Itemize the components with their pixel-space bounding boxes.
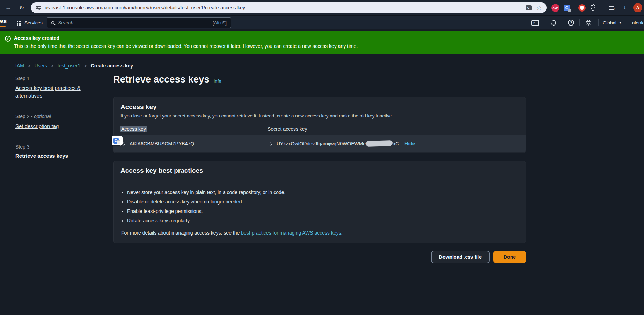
aws-top-nav: aws Services [Alt+S] >_ ? Global ▼ alenk: [0, 15, 644, 29]
nav-divider: [13, 19, 13, 26]
step3-label: Step 3: [15, 144, 98, 150]
adblock-plus-extension-icon[interactable]: ABP: [551, 0, 559, 15]
address-bar[interactable]: us-east-1.console.aws.amazon.com/iam/hom…: [31, 2, 547, 13]
column-access-key: Access key: [120, 126, 147, 132]
steps-divider: [15, 137, 98, 137]
best-practices-link[interactable]: best practices for managing AWS access k…: [241, 230, 341, 236]
search-input[interactable]: [58, 20, 213, 26]
wizard-actions: Download .csv file Done: [113, 251, 526, 263]
media-playlist-icon[interactable]: ♪: [608, 0, 616, 15]
breadcrumb-test-user1[interactable]: test_user1: [58, 63, 80, 69]
site-settings-icon[interactable]: [36, 6, 41, 10]
aws-logo[interactable]: aws: [0, 19, 10, 27]
step1-label: Step 1: [15, 76, 98, 81]
info-link[interactable]: Info: [214, 79, 221, 84]
success-check-icon: ✓: [5, 36, 11, 42]
nav-divider: [628, 19, 628, 26]
secret-key-prefix: UYkzxOwtODdevJIgamijwgN0WOEWMe: [277, 141, 366, 146]
step1-link[interactable]: Access key best practices & alternatives: [15, 85, 81, 99]
blocker-hand-extension-icon[interactable]: [578, 0, 586, 15]
list-item: Disable or delete access key when no lon…: [127, 199, 519, 205]
nav-divider: [562, 19, 562, 26]
region-selector[interactable]: Global ▼: [603, 16, 622, 30]
services-grid-icon[interactable]: [17, 21, 18, 22]
bookmark-star-icon[interactable]: ☆: [536, 5, 542, 11]
step3-current: Retrieve access keys: [15, 153, 98, 159]
aws-console-screen: → ↻ us-east-1.console.aws.amazon.com/iam…: [0, 0, 644, 315]
breadcrumb-users[interactable]: Users: [34, 63, 47, 69]
access-key-card: Access key If you lose or forget your se…: [113, 97, 526, 153]
breadcrumb-separator: >: [84, 63, 87, 69]
toolbar-divider: [602, 5, 602, 11]
chevron-down-icon: ▼: [619, 21, 622, 24]
breadcrumb: IAM > Users > test_user1 > Create access…: [15, 63, 133, 69]
table-row: AKIA6GBMBUSCMZPYB47Q UYkzxOwtODdevJIgami…: [114, 135, 526, 152]
url-text[interactable]: us-east-1.console.aws.amazon.com/iam/hom…: [45, 5, 245, 10]
done-button[interactable]: Done: [493, 251, 526, 263]
access-key-card-title: Access key: [120, 103, 519, 111]
search-shortcut-hint: [Alt+S]: [213, 20, 227, 26]
hide-secret-link[interactable]: Hide: [404, 141, 415, 146]
column-divider: [261, 126, 261, 133]
translate-extension-icon[interactable]: G: [563, 0, 571, 15]
settings-gear-icon[interactable]: [584, 16, 593, 30]
translate-page-icon[interactable]: G: [526, 5, 532, 10]
services-menu[interactable]: Services: [24, 16, 43, 30]
flashbar-title: Access key created: [14, 35, 59, 41]
best-practices-footer: For more details about managing access k…: [121, 230, 519, 236]
search-icon: [51, 21, 54, 24]
help-icon[interactable]: ?: [566, 16, 576, 30]
download-csv-button[interactable]: Download .csv file: [431, 251, 490, 263]
nav-divider: [598, 19, 599, 26]
best-practices-list: Never store your access key in plain tex…: [121, 189, 519, 224]
browser-reload-icon[interactable]: ↻: [16, 0, 27, 15]
downloads-icon[interactable]: ↓: [620, 0, 629, 15]
success-flashbar: ✓ Access key created This is the only ti…: [0, 31, 644, 54]
breadcrumb-iam[interactable]: IAM: [15, 63, 24, 69]
nav-divider: [544, 19, 544, 26]
extensions-puzzle-icon[interactable]: [590, 0, 597, 15]
browser-toolbar: → ↻ us-east-1.console.aws.amazon.com/iam…: [0, 0, 644, 15]
nav-divider: [579, 19, 580, 26]
best-practices-card: Access key best practices Never store yo…: [113, 161, 526, 243]
steps-divider: [15, 107, 98, 107]
flashbar-message: This is the only time that the secret ac…: [14, 43, 358, 49]
step2-label: Step 2 - optional: [15, 114, 98, 119]
cloudshell-icon[interactable]: >_: [530, 16, 540, 30]
breadcrumb-separator: >: [28, 63, 31, 69]
wizard-steps-sidebar: Step 1 Access key best practices & alter…: [15, 76, 98, 159]
breadcrumb-separator: >: [51, 63, 54, 69]
access-key-value: AKIA6GBMBUSCMZPYB47Q: [130, 141, 194, 146]
access-key-card-description: If you lose or forget your secret access…: [120, 113, 519, 119]
page-title: Retrieve access keys: [113, 74, 210, 85]
google-translate-popup-icon[interactable]: G: [112, 136, 123, 145]
account-menu[interactable]: alenk: [632, 16, 643, 30]
browser-forward-icon[interactable]: →: [3, 0, 14, 15]
column-secret-access-key: Secret access key: [261, 126, 526, 132]
list-item: Rotate access keys regularly.: [127, 217, 519, 224]
step2-link[interactable]: Set description tag: [15, 123, 59, 129]
redaction-scribble: [366, 140, 393, 147]
list-item: Enable least-privilege permissions.: [127, 208, 519, 215]
secret-key-suffix: xC: [393, 141, 399, 146]
copy-secret-key-icon[interactable]: [268, 141, 273, 146]
best-practices-title: Access key best practices: [120, 167, 519, 174]
breadcrumb-current: Create access key: [91, 63, 133, 69]
browser-profile-avatar[interactable]: A: [633, 0, 643, 15]
list-item: Never store your access key in plain tex…: [127, 189, 519, 196]
table-header: Access key Secret access key: [114, 123, 526, 135]
console-search[interactable]: [Alt+S]: [47, 17, 231, 28]
notifications-bell-icon[interactable]: [549, 16, 558, 30]
